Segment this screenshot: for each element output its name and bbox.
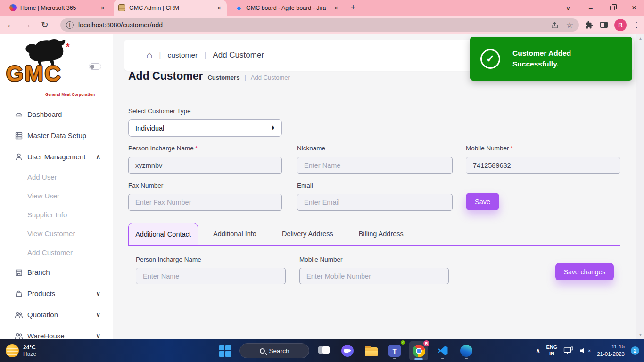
sidebar-item-supplier-info[interactable]: Supplier Info — [0, 205, 113, 224]
sidebar-item-branch[interactable]: Branch — [0, 262, 113, 283]
sidebar-item-label: Master Data Setup — [27, 132, 86, 140]
page-crumb-separator: | — [244, 74, 246, 81]
panel-person-incharge-field[interactable] — [136, 268, 286, 284]
sidebar-item-quotation[interactable]: Quotation ∨ — [0, 304, 113, 325]
edge-button[interactable] — [457, 341, 475, 360]
breadcrumb-section[interactable]: customer — [167, 51, 198, 59]
customer-type-select[interactable]: Individual ▲▼ — [128, 119, 282, 137]
browser-tab-jira[interactable]: ◆ GMC board - Agile board - Jira × — [231, 0, 344, 16]
logo-star-icon: * — [66, 41, 70, 52]
reload-icon[interactable]: ↻ — [38, 16, 52, 34]
taskbar: 24°C Haze Search T ✓ R — [0, 339, 644, 362]
new-tab-button[interactable]: + — [347, 2, 359, 12]
sidebar-item-dashboard[interactable]: Dashboard — [0, 104, 113, 125]
bookmark-star-icon[interactable]: ☆ — [566, 20, 573, 30]
volume-muted-icon[interactable]: × — [580, 347, 591, 354]
chrome-button[interactable]: R — [409, 341, 428, 360]
nickname-field[interactable] — [297, 157, 453, 174]
sidebar-item-products[interactable]: Products ∨ — [0, 283, 113, 304]
breadcrumb-separator: | — [204, 51, 206, 59]
tab-search-chevron-icon[interactable]: ∨ — [561, 0, 575, 16]
window-minimize-button[interactable]: – — [584, 0, 598, 16]
tab-title: GMC Admin | CRM — [129, 5, 213, 11]
page-scrollbar[interactable]: ▲ ▼ — [636, 34, 644, 339]
select-carets-icon: ▲▼ — [271, 126, 275, 131]
sidebar-item-add-customer[interactable]: Add Customer — [0, 243, 113, 262]
start-button[interactable] — [216, 341, 234, 360]
tab-close-icon[interactable]: × — [216, 4, 222, 12]
browser-tab-microsoft365[interactable]: Home | Microsoft 365 × — [5, 0, 110, 16]
mobile-field[interactable] — [466, 157, 620, 174]
success-toast[interactable]: ✓ Customer Added Successfully. — [470, 37, 632, 81]
gmc-favicon — [118, 4, 125, 11]
weather-temp: 24°C — [23, 344, 36, 351]
notification-badge[interactable]: 2 — [631, 346, 639, 355]
sidebar-item-view-user[interactable]: View User — [0, 186, 113, 205]
browser-tab-gmc-admin[interactable]: GMC Admin | CRM × — [114, 0, 227, 16]
vscode-button[interactable] — [434, 341, 452, 360]
url-text[interactable]: localhost:8080/customer/add — [78, 21, 543, 29]
person-incharge-field[interactable] — [128, 157, 282, 174]
chat-button[interactable] — [339, 341, 356, 360]
tab-additional-contact[interactable]: Additional Contact — [128, 223, 198, 245]
weather-condition: Haze — [23, 351, 36, 357]
side-panel-icon[interactable] — [600, 22, 608, 28]
tab-close-icon[interactable]: × — [333, 4, 339, 12]
window-restore-button[interactable] — [605, 0, 619, 16]
browser-menu-icon[interactable]: ⋮ — [633, 21, 640, 29]
toast-message: Customer Added Successfully. — [512, 48, 571, 69]
detail-tabs: Additional Contact Additional Info Deliv… — [128, 223, 620, 246]
taskbar-search[interactable]: Search — [239, 343, 309, 358]
sidebar-item-master-data-setup[interactable]: Master Data Setup — [0, 125, 113, 146]
page-head: Add Customer Customers | Add Customer — [128, 70, 290, 82]
restore-icon — [610, 6, 615, 10]
clock[interactable]: 11:15 21-01-2023 — [597, 343, 625, 358]
panel-mobile-field[interactable] — [299, 268, 449, 284]
tab-delivery-address[interactable]: Delivery Address — [272, 223, 344, 245]
tab-close-icon[interactable]: × — [100, 4, 106, 12]
save-changes-button[interactable]: Save changes — [555, 263, 614, 280]
language-indicator[interactable]: ENG IN — [546, 344, 557, 357]
browser-toolbar: ← → ↻ i localhost:8080/customer/add ☆ R … — [0, 16, 644, 34]
speedometer-icon — [14, 110, 24, 119]
divider — [128, 91, 620, 91]
sidebar-item-view-customer[interactable]: View Customer — [0, 224, 113, 243]
site-info-icon[interactable]: i — [66, 21, 74, 29]
share-icon[interactable] — [551, 21, 559, 29]
jira-favicon: ◆ — [235, 4, 242, 11]
scroll-down-icon[interactable]: ▼ — [636, 333, 644, 337]
tab-additional-info[interactable]: Additional Info — [203, 223, 267, 245]
email-field[interactable] — [297, 194, 453, 211]
sidebar: * GMC General Meat Corporation Dashboard… — [0, 34, 113, 339]
server-icon — [14, 131, 24, 140]
weather-widget[interactable]: 24°C Haze — [6, 339, 36, 362]
sidebar-subitem-label: Supplier Info — [27, 211, 67, 219]
tab-billing-address[interactable]: Billing Address — [348, 223, 414, 245]
fax-field[interactable] — [128, 194, 282, 211]
sidebar-item-label: User Management — [27, 153, 85, 161]
sidebar-item-add-user[interactable]: Add User — [0, 167, 113, 186]
sidebar-toggle[interactable] — [89, 63, 101, 70]
sidebar-item-warehouse[interactable]: WareHouse ∨ — [0, 325, 113, 339]
task-view-button[interactable] — [315, 341, 333, 360]
teams-icon: T — [388, 345, 401, 357]
save-button[interactable]: Save — [466, 193, 499, 210]
running-indicator — [465, 358, 468, 359]
sidebar-item-user-management[interactable]: User Management ∧ — [0, 146, 113, 167]
page-crumb-current: Add Customer — [251, 74, 290, 81]
url-bar[interactable]: i localhost:8080/customer/add ☆ — [60, 18, 579, 32]
network-icon[interactable] — [563, 346, 574, 355]
back-icon[interactable]: ← — [4, 16, 18, 34]
window-close-button[interactable]: × — [627, 0, 641, 16]
page-crumb-parent[interactable]: Customers — [207, 74, 239, 81]
required-mark: * — [511, 145, 513, 152]
browser-profile-avatar[interactable]: R — [614, 19, 627, 31]
extensions-puzzle-icon[interactable] — [585, 21, 594, 29]
scroll-up-icon[interactable]: ▲ — [636, 36, 644, 41]
hidden-icons-chevron[interactable]: ∧ — [536, 347, 540, 354]
teams-button[interactable]: T ✓ — [386, 341, 404, 360]
sidebar-item-label: Quotation — [27, 311, 58, 319]
file-explorer-button[interactable] — [362, 341, 380, 360]
forward-icon[interactable]: → — [20, 16, 34, 34]
home-icon[interactable]: ⌂ — [146, 49, 152, 61]
